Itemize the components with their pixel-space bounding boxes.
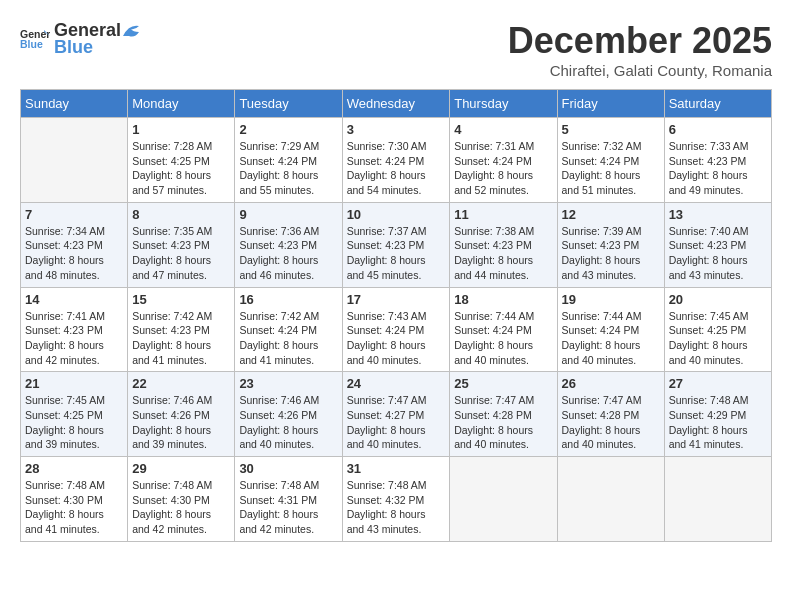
day-number: 13	[669, 207, 767, 222]
day-number: 18	[454, 292, 552, 307]
day-number: 17	[347, 292, 446, 307]
day-number: 27	[669, 376, 767, 391]
day-info: Sunrise: 7:48 AM Sunset: 4:29 PM Dayligh…	[669, 393, 767, 452]
day-number: 7	[25, 207, 123, 222]
day-number: 1	[132, 122, 230, 137]
header-friday: Friday	[557, 90, 664, 118]
calendar-week-row: 28Sunrise: 7:48 AM Sunset: 4:30 PM Dayli…	[21, 457, 772, 542]
day-number: 28	[25, 461, 123, 476]
calendar-cell	[664, 457, 771, 542]
day-info: Sunrise: 7:44 AM Sunset: 4:24 PM Dayligh…	[562, 309, 660, 368]
calendar-cell: 3Sunrise: 7:30 AM Sunset: 4:24 PM Daylig…	[342, 118, 450, 203]
calendar-cell: 19Sunrise: 7:44 AM Sunset: 4:24 PM Dayli…	[557, 287, 664, 372]
day-number: 25	[454, 376, 552, 391]
calendar-cell: 16Sunrise: 7:42 AM Sunset: 4:24 PM Dayli…	[235, 287, 342, 372]
location-subtitle: Chiraftei, Galati County, Romania	[508, 62, 772, 79]
calendar-cell: 15Sunrise: 7:42 AM Sunset: 4:23 PM Dayli…	[128, 287, 235, 372]
day-number: 30	[239, 461, 337, 476]
calendar-cell: 23Sunrise: 7:46 AM Sunset: 4:26 PM Dayli…	[235, 372, 342, 457]
day-number: 6	[669, 122, 767, 137]
calendar-cell: 9Sunrise: 7:36 AM Sunset: 4:23 PM Daylig…	[235, 202, 342, 287]
day-number: 11	[454, 207, 552, 222]
day-number: 31	[347, 461, 446, 476]
calendar-cell: 31Sunrise: 7:48 AM Sunset: 4:32 PM Dayli…	[342, 457, 450, 542]
calendar-cell: 8Sunrise: 7:35 AM Sunset: 4:23 PM Daylig…	[128, 202, 235, 287]
header-tuesday: Tuesday	[235, 90, 342, 118]
day-info: Sunrise: 7:48 AM Sunset: 4:30 PM Dayligh…	[132, 478, 230, 537]
day-number: 9	[239, 207, 337, 222]
calendar-cell: 28Sunrise: 7:48 AM Sunset: 4:30 PM Dayli…	[21, 457, 128, 542]
header-saturday: Saturday	[664, 90, 771, 118]
calendar-cell	[557, 457, 664, 542]
day-info: Sunrise: 7:42 AM Sunset: 4:23 PM Dayligh…	[132, 309, 230, 368]
day-info: Sunrise: 7:38 AM Sunset: 4:23 PM Dayligh…	[454, 224, 552, 283]
day-number: 4	[454, 122, 552, 137]
calendar-cell: 2Sunrise: 7:29 AM Sunset: 4:24 PM Daylig…	[235, 118, 342, 203]
day-info: Sunrise: 7:34 AM Sunset: 4:23 PM Dayligh…	[25, 224, 123, 283]
header-sunday: Sunday	[21, 90, 128, 118]
day-info: Sunrise: 7:47 AM Sunset: 4:27 PM Dayligh…	[347, 393, 446, 452]
calendar-cell: 4Sunrise: 7:31 AM Sunset: 4:24 PM Daylig…	[450, 118, 557, 203]
calendar-cell: 7Sunrise: 7:34 AM Sunset: 4:23 PM Daylig…	[21, 202, 128, 287]
title-section: December 2025 Chiraftei, Galati County, …	[508, 20, 772, 79]
day-number: 29	[132, 461, 230, 476]
calendar-cell: 18Sunrise: 7:44 AM Sunset: 4:24 PM Dayli…	[450, 287, 557, 372]
calendar-cell: 10Sunrise: 7:37 AM Sunset: 4:23 PM Dayli…	[342, 202, 450, 287]
day-info: Sunrise: 7:35 AM Sunset: 4:23 PM Dayligh…	[132, 224, 230, 283]
day-info: Sunrise: 7:40 AM Sunset: 4:23 PM Dayligh…	[669, 224, 767, 283]
calendar-cell: 20Sunrise: 7:45 AM Sunset: 4:25 PM Dayli…	[664, 287, 771, 372]
calendar-cell: 17Sunrise: 7:43 AM Sunset: 4:24 PM Dayli…	[342, 287, 450, 372]
calendar-header-row: SundayMondayTuesdayWednesdayThursdayFrid…	[21, 90, 772, 118]
calendar-cell: 22Sunrise: 7:46 AM Sunset: 4:26 PM Dayli…	[128, 372, 235, 457]
calendar-cell: 11Sunrise: 7:38 AM Sunset: 4:23 PM Dayli…	[450, 202, 557, 287]
day-number: 8	[132, 207, 230, 222]
day-number: 20	[669, 292, 767, 307]
day-number: 5	[562, 122, 660, 137]
day-info: Sunrise: 7:29 AM Sunset: 4:24 PM Dayligh…	[239, 139, 337, 198]
calendar-cell	[450, 457, 557, 542]
header-monday: Monday	[128, 90, 235, 118]
day-number: 14	[25, 292, 123, 307]
day-info: Sunrise: 7:47 AM Sunset: 4:28 PM Dayligh…	[562, 393, 660, 452]
calendar-cell: 14Sunrise: 7:41 AM Sunset: 4:23 PM Dayli…	[21, 287, 128, 372]
day-info: Sunrise: 7:33 AM Sunset: 4:23 PM Dayligh…	[669, 139, 767, 198]
day-number: 15	[132, 292, 230, 307]
day-info: Sunrise: 7:41 AM Sunset: 4:23 PM Dayligh…	[25, 309, 123, 368]
day-info: Sunrise: 7:39 AM Sunset: 4:23 PM Dayligh…	[562, 224, 660, 283]
day-number: 21	[25, 376, 123, 391]
day-number: 12	[562, 207, 660, 222]
calendar-cell: 29Sunrise: 7:48 AM Sunset: 4:30 PM Dayli…	[128, 457, 235, 542]
day-info: Sunrise: 7:48 AM Sunset: 4:31 PM Dayligh…	[239, 478, 337, 537]
day-number: 22	[132, 376, 230, 391]
calendar-cell: 1Sunrise: 7:28 AM Sunset: 4:25 PM Daylig…	[128, 118, 235, 203]
calendar-week-row: 1Sunrise: 7:28 AM Sunset: 4:25 PM Daylig…	[21, 118, 772, 203]
calendar-table: SundayMondayTuesdayWednesdayThursdayFrid…	[20, 89, 772, 542]
calendar-week-row: 7Sunrise: 7:34 AM Sunset: 4:23 PM Daylig…	[21, 202, 772, 287]
calendar-cell: 26Sunrise: 7:47 AM Sunset: 4:28 PM Dayli…	[557, 372, 664, 457]
header-wednesday: Wednesday	[342, 90, 450, 118]
calendar-cell: 5Sunrise: 7:32 AM Sunset: 4:24 PM Daylig…	[557, 118, 664, 203]
calendar-cell: 27Sunrise: 7:48 AM Sunset: 4:29 PM Dayli…	[664, 372, 771, 457]
day-info: Sunrise: 7:48 AM Sunset: 4:30 PM Dayligh…	[25, 478, 123, 537]
day-info: Sunrise: 7:45 AM Sunset: 4:25 PM Dayligh…	[25, 393, 123, 452]
day-info: Sunrise: 7:31 AM Sunset: 4:24 PM Dayligh…	[454, 139, 552, 198]
header-thursday: Thursday	[450, 90, 557, 118]
calendar-week-row: 14Sunrise: 7:41 AM Sunset: 4:23 PM Dayli…	[21, 287, 772, 372]
day-info: Sunrise: 7:48 AM Sunset: 4:32 PM Dayligh…	[347, 478, 446, 537]
svg-text:Blue: Blue	[20, 38, 43, 50]
day-number: 23	[239, 376, 337, 391]
day-info: Sunrise: 7:43 AM Sunset: 4:24 PM Dayligh…	[347, 309, 446, 368]
day-number: 10	[347, 207, 446, 222]
day-info: Sunrise: 7:44 AM Sunset: 4:24 PM Dayligh…	[454, 309, 552, 368]
day-info: Sunrise: 7:45 AM Sunset: 4:25 PM Dayligh…	[669, 309, 767, 368]
calendar-cell: 6Sunrise: 7:33 AM Sunset: 4:23 PM Daylig…	[664, 118, 771, 203]
day-number: 2	[239, 122, 337, 137]
day-number: 16	[239, 292, 337, 307]
day-info: Sunrise: 7:47 AM Sunset: 4:28 PM Dayligh…	[454, 393, 552, 452]
calendar-cell: 30Sunrise: 7:48 AM Sunset: 4:31 PM Dayli…	[235, 457, 342, 542]
calendar-cell	[21, 118, 128, 203]
calendar-cell: 12Sunrise: 7:39 AM Sunset: 4:23 PM Dayli…	[557, 202, 664, 287]
calendar-cell: 24Sunrise: 7:47 AM Sunset: 4:27 PM Dayli…	[342, 372, 450, 457]
day-info: Sunrise: 7:28 AM Sunset: 4:25 PM Dayligh…	[132, 139, 230, 198]
day-number: 19	[562, 292, 660, 307]
